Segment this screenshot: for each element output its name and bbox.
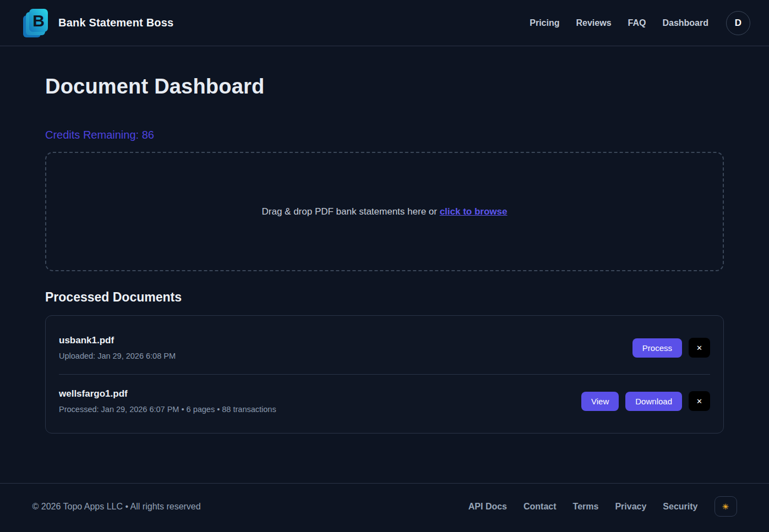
page-title: Document Dashboard <box>45 75 724 98</box>
documents-card: usbank1.pdf Uploaded: Jan 29, 2026 6:08 … <box>45 315 724 434</box>
process-button[interactable]: Process <box>632 338 682 358</box>
main-nav: Pricing Reviews FAQ Dashboard D <box>530 11 750 35</box>
app-header: B Bank Statement Boss Pricing Reviews FA… <box>0 0 769 46</box>
close-icon: ✕ <box>696 344 702 352</box>
document-info: wellsfargo1.pdf Processed: Jan 29, 2026 … <box>59 388 276 414</box>
remove-document-button[interactable]: ✕ <box>689 338 710 358</box>
document-name: wellsfargo1.pdf <box>59 388 276 399</box>
copyright-text: © 2026 Topo Apps LLC • All rights reserv… <box>32 502 201 512</box>
dropzone-instruction: Drag & drop PDF bank statements here or <box>262 206 440 217</box>
download-button[interactable]: Download <box>625 392 682 411</box>
close-icon: ✕ <box>696 397 702 405</box>
footer-link-terms[interactable]: Terms <box>573 502 599 512</box>
view-button[interactable]: View <box>581 392 619 411</box>
user-avatar[interactable]: D <box>726 11 750 35</box>
app-title: Bank Statement Boss <box>58 17 173 29</box>
theme-toggle-button[interactable]: ☀ <box>715 496 737 517</box>
dropzone-text: Drag & drop PDF bank statements here or … <box>262 206 508 217</box>
document-actions: Process ✕ <box>632 338 710 358</box>
document-name: usbank1.pdf <box>59 335 176 346</box>
brand[interactable]: B Bank Statement Boss <box>22 8 173 39</box>
nav-reviews[interactable]: Reviews <box>576 18 611 28</box>
upload-dropzone[interactable]: Drag & drop PDF bank statements here or … <box>45 152 724 271</box>
nav-dashboard[interactable]: Dashboard <box>662 18 708 28</box>
footer-link-security[interactable]: Security <box>663 502 697 512</box>
footer-nav: API Docs Contact Terms Privacy Security … <box>468 496 737 517</box>
footer-link-privacy[interactable]: Privacy <box>615 502 646 512</box>
document-actions: View Download ✕ <box>581 391 710 411</box>
processed-documents-heading: Processed Documents <box>45 290 724 305</box>
nav-pricing[interactable]: Pricing <box>530 18 559 28</box>
document-meta: Uploaded: Jan 29, 2026 6:08 PM <box>59 352 176 360</box>
remove-document-button[interactable]: ✕ <box>689 391 710 411</box>
browse-files-link[interactable]: click to browse <box>440 206 508 217</box>
footer-link-contact[interactable]: Contact <box>523 502 557 512</box>
app-footer: © 2026 Topo Apps LLC • All rights reserv… <box>0 483 769 532</box>
app-logo-icon: B <box>22 8 50 39</box>
main-content: Document Dashboard Credits Remaining: 86… <box>45 46 724 483</box>
document-row: wellsfargo1.pdf Processed: Jan 29, 2026 … <box>59 374 710 427</box>
document-info: usbank1.pdf Uploaded: Jan 29, 2026 6:08 … <box>59 335 176 360</box>
document-row: usbank1.pdf Uploaded: Jan 29, 2026 6:08 … <box>59 321 710 374</box>
svg-text:B: B <box>32 12 45 30</box>
credits-remaining: Credits Remaining: 86 <box>45 129 724 141</box>
document-meta: Processed: Jan 29, 2026 6:07 PM • 6 page… <box>59 405 276 414</box>
nav-faq[interactable]: FAQ <box>628 18 646 28</box>
sun-icon: ☀ <box>722 502 729 511</box>
footer-link-api-docs[interactable]: API Docs <box>468 502 507 512</box>
